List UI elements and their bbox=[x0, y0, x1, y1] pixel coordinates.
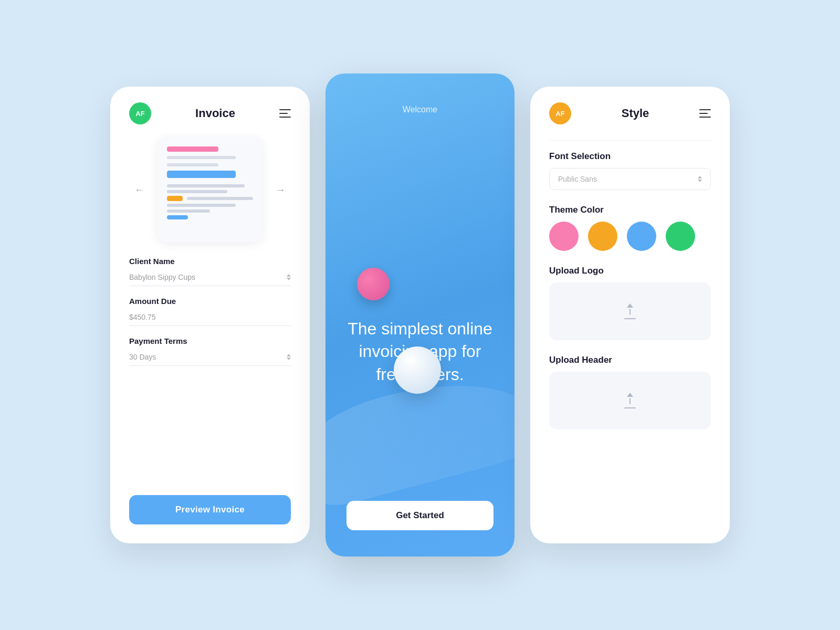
color-green-option[interactable] bbox=[666, 222, 695, 251]
client-name-stepper[interactable] bbox=[287, 274, 291, 280]
ball-white-decoration bbox=[394, 346, 441, 394]
style-menu-icon[interactable] bbox=[699, 109, 711, 118]
payment-terms-label: Payment Terms bbox=[129, 337, 291, 345]
screen-style: AF Style Font Selection Public Sans Them… bbox=[530, 87, 730, 543]
upload-header-area[interactable] bbox=[549, 372, 711, 429]
amount-due-value: $450.75 bbox=[129, 313, 156, 321]
screen-invoice: AF Invoice ← bbox=[110, 87, 310, 543]
upload-arrow-base bbox=[624, 318, 636, 319]
welcome-label: Welcome bbox=[403, 105, 437, 114]
color-blue-option[interactable] bbox=[627, 222, 656, 251]
theme-color-section: Theme Color bbox=[549, 205, 711, 266]
color-pink-option[interactable] bbox=[549, 222, 579, 251]
payment-terms-input[interactable]: 30 Days bbox=[129, 349, 291, 366]
doc-body-lines bbox=[167, 184, 253, 219]
payment-terms-group: Payment Terms 30 Days bbox=[129, 337, 291, 366]
upload-logo-icon bbox=[624, 303, 636, 319]
upload-arrow-icon bbox=[624, 303, 636, 315]
client-name-group: Client Name Babylon Sippy Cups bbox=[129, 257, 291, 286]
client-name-label: Client Name bbox=[129, 257, 291, 266]
client-name-value: Babylon Sippy Cups bbox=[129, 273, 195, 281]
invoice-header: AF Invoice bbox=[129, 102, 291, 124]
upload-header-label: Upload Header bbox=[549, 355, 711, 365]
doc-blue-bar bbox=[167, 171, 236, 178]
avatar-invoice: AF bbox=[129, 102, 151, 124]
doc-blue-sm-line bbox=[167, 215, 188, 219]
prev-arrow-icon[interactable]: ← bbox=[132, 182, 147, 198]
invoice-document bbox=[158, 137, 262, 242]
doc-line-1 bbox=[167, 156, 236, 159]
doc-line-2 bbox=[167, 163, 218, 166]
upload-header-section: Upload Header bbox=[549, 355, 711, 444]
upload-header-arrow-icon bbox=[624, 393, 636, 404]
screens-container: AF Invoice ← bbox=[110, 74, 730, 556]
upload-logo-label: Upload Logo bbox=[549, 266, 711, 276]
doc-yellow-line bbox=[167, 196, 183, 201]
amount-due-input: $450.75 bbox=[129, 309, 291, 326]
font-section-label: Font Selection bbox=[549, 151, 711, 162]
font-chevron-icon bbox=[698, 176, 702, 182]
preview-invoice-button[interactable]: Preview Invoice bbox=[129, 495, 291, 524]
doc-header-line bbox=[167, 146, 218, 152]
color-orange-option[interactable] bbox=[588, 222, 617, 251]
payment-terms-value: 30 Days bbox=[129, 353, 156, 361]
font-selection-section: Font Selection Public Sans bbox=[549, 151, 711, 205]
upload-header-arrow-base bbox=[624, 407, 636, 408]
payment-terms-stepper[interactable] bbox=[287, 354, 291, 360]
font-select-value: Public Sans bbox=[558, 175, 597, 183]
theme-colors-row bbox=[549, 222, 711, 251]
next-arrow-icon[interactable]: → bbox=[273, 182, 288, 198]
avatar-style: AF bbox=[549, 102, 571, 124]
theme-color-label: Theme Color bbox=[549, 205, 711, 215]
style-title: Style bbox=[622, 107, 649, 120]
welcome-top: Welcome bbox=[344, 105, 496, 119]
upload-logo-area[interactable] bbox=[549, 282, 711, 340]
style-header: AF Style bbox=[549, 102, 711, 124]
invoice-title: Invoice bbox=[195, 107, 235, 120]
ball-pink-decoration bbox=[357, 268, 390, 300]
menu-icon[interactable] bbox=[279, 109, 291, 118]
header-divider bbox=[549, 140, 711, 141]
invoice-preview-area: ← → bbox=[129, 137, 291, 242]
upload-header-icon bbox=[624, 393, 636, 408]
amount-due-group: Amount Due $450.75 bbox=[129, 297, 291, 326]
upload-logo-section: Upload Logo bbox=[549, 266, 711, 355]
amount-due-label: Amount Due bbox=[129, 297, 291, 306]
font-select-dropdown[interactable]: Public Sans bbox=[549, 168, 711, 190]
get-started-button[interactable]: Get Started bbox=[346, 501, 494, 530]
screen-welcome: Welcome The simplest online invoicing ap… bbox=[326, 74, 514, 556]
client-name-input[interactable]: Babylon Sippy Cups bbox=[129, 269, 291, 286]
